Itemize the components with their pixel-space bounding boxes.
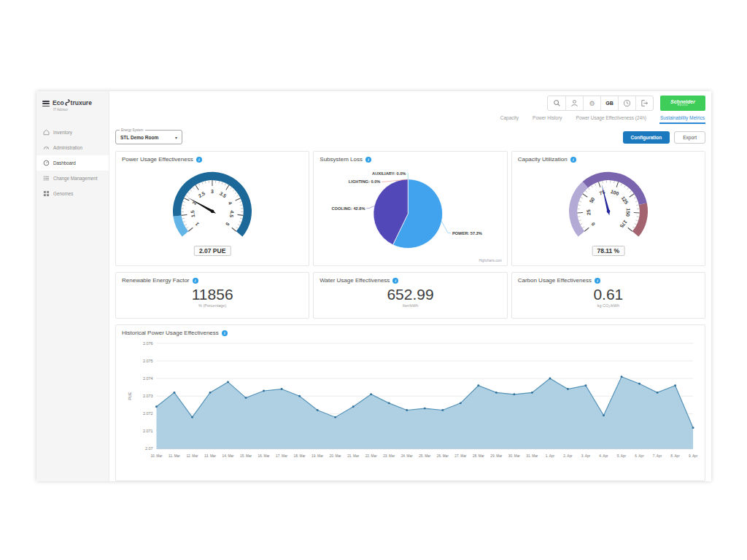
- inventory-icon: [43, 129, 50, 136]
- svg-text:25: 25: [586, 209, 591, 215]
- info-icon[interactable]: i: [595, 278, 600, 284]
- svg-text:3: 3: [211, 189, 214, 194]
- hamburger-menu-icon[interactable]: [42, 99, 50, 108]
- tab-pue-24h[interactable]: Power Usage Effectiveness (24h): [576, 114, 647, 124]
- card-title: Subsystem Loss: [320, 156, 363, 163]
- sidebar-item-change-management[interactable]: Change Management: [36, 171, 109, 186]
- svg-text:0: 0: [590, 221, 596, 227]
- info-icon[interactable]: i: [196, 157, 202, 163]
- energy-system-select[interactable]: Energy System STL Demo Room ▾: [115, 130, 182, 144]
- sidebar-item-inventory[interactable]: Inventory: [36, 125, 109, 140]
- info-icon[interactable]: i: [392, 278, 398, 284]
- pue-gauge-value: 2.07 PUE: [194, 246, 231, 256]
- svg-text:18. Mar: 18. Mar: [294, 454, 306, 458]
- svg-text:15. Mar: 15. Mar: [240, 454, 252, 458]
- svg-text:22. Mar: 22. Mar: [365, 454, 378, 458]
- widgets-row-2: Renewable Energy Factor i 11856 % (Perce…: [115, 272, 705, 319]
- card-carbon-usage-effectiveness: Carbon Usage Effectiveness i 0.61 kg CO₂…: [511, 272, 705, 319]
- sidebar-item-administration[interactable]: Administration: [36, 140, 109, 155]
- user-icon[interactable]: [565, 96, 583, 110]
- sidebar-item-label: Dashboard: [53, 160, 76, 166]
- administration-icon: [43, 144, 50, 152]
- tab-power-history[interactable]: Power History: [532, 114, 562, 124]
- svg-text:30. Mar: 30. Mar: [508, 454, 521, 458]
- card-title: Water Usage Effectiveness: [320, 277, 390, 284]
- history-clock-icon[interactable]: [618, 96, 635, 110]
- brand-subtitle: IT Advisor: [53, 109, 92, 112]
- svg-text:100: 100: [610, 189, 619, 196]
- app-window: Eco truxure IT Advisor Inventory: [36, 91, 711, 481]
- sidebar-nav: Inventory Administration Dashboard: [36, 125, 109, 201]
- svg-text:21. Mar: 21. Mar: [347, 454, 360, 458]
- card-title: Capacity Utilization: [518, 156, 568, 163]
- svg-text:50: 50: [588, 196, 595, 203]
- svg-text:125: 125: [620, 195, 629, 206]
- card-water-usage-effectiveness: Water Usage Effectiveness i 652.99 liter…: [313, 272, 507, 319]
- svg-text:25. Mar: 25. Mar: [419, 454, 431, 458]
- svg-text:1: 1: [194, 221, 200, 227]
- svg-text:28. Mar: 28. Mar: [473, 454, 485, 458]
- svg-text:31. Mar: 31. Mar: [526, 454, 538, 458]
- info-icon[interactable]: i: [570, 157, 576, 163]
- svg-text:175: 175: [619, 219, 628, 229]
- svg-text:2.072: 2.072: [143, 411, 153, 416]
- card-title: Power Usage Effectiveness: [122, 156, 193, 163]
- metric-unit: liter/kWh: [320, 303, 500, 308]
- energy-system-label: Energy System: [120, 128, 145, 132]
- export-button[interactable]: Export: [674, 131, 705, 144]
- svg-text:29. Mar: 29. Mar: [490, 454, 503, 458]
- svg-text:2.075: 2.075: [143, 359, 153, 363]
- svg-text:3.5: 3.5: [219, 190, 228, 198]
- card-subsystem-loss: Subsystem Loss i POWER: 57.2%COOLING: 42…: [313, 151, 507, 266]
- metric-value: 652.99: [320, 286, 500, 303]
- logout-icon[interactable]: [635, 96, 653, 110]
- metric-unit: % (Percentage): [122, 303, 303, 308]
- svg-text:1. Apr: 1. Apr: [546, 454, 555, 458]
- svg-text:26. Mar: 26. Mar: [437, 454, 449, 458]
- subsystem-loss-pie-chart: POWER: 57.2%COOLING: 42.8%LIGHTING: 0.0%…: [320, 163, 503, 255]
- settings-gear-icon[interactable]: ⚙: [583, 96, 600, 110]
- sidebar-item-dashboard[interactable]: Dashboard: [36, 155, 109, 171]
- tab-sustainability-metrics[interactable]: Sustainability Metrics: [659, 114, 705, 124]
- svg-text:2. Apr: 2. Apr: [563, 454, 573, 458]
- svg-text:9. Apr: 9. Apr: [689, 454, 698, 458]
- tab-capacity[interactable]: Capacity: [500, 114, 519, 124]
- sidebar-item-label: Administration: [53, 145, 82, 150]
- svg-text:1.5: 1.5: [190, 210, 196, 218]
- sidebar-item-genomes[interactable]: Genomes: [36, 186, 109, 201]
- card-renewable-energy-factor: Renewable Energy Factor i 11856 % (Perce…: [115, 272, 309, 319]
- dashboard-tabs: Capacity Power History Power Usage Effec…: [115, 114, 705, 124]
- app-logo: Eco truxure IT Advisor: [36, 99, 109, 112]
- svg-text:PUE: PUE: [128, 392, 132, 400]
- info-icon[interactable]: i: [365, 157, 371, 163]
- search-icon[interactable]: [548, 96, 565, 110]
- brand-truxure: truxure: [71, 100, 92, 106]
- energy-system-value: STL Demo Room: [120, 135, 158, 140]
- svg-text:14. Mar: 14. Mar: [222, 454, 234, 458]
- svg-text:10. Mar: 10. Mar: [150, 454, 163, 458]
- info-icon[interactable]: i: [222, 330, 228, 336]
- svg-text:19. Mar: 19. Mar: [311, 454, 324, 458]
- svg-text:4: 4: [228, 201, 233, 206]
- controls-row: Energy System STL Demo Room ▾ Configurat…: [115, 129, 705, 145]
- highcharts-credit-link[interactable]: Highcharts.com: [479, 259, 501, 262]
- language-toggle[interactable]: GB: [600, 96, 618, 110]
- svg-text:6. Apr: 6. Apr: [635, 454, 644, 458]
- svg-text:LIGHTING: 0.0%: LIGHTING: 0.0%: [349, 179, 381, 184]
- card-title: Historical Power Usage Effectiveness: [122, 330, 219, 336]
- svg-text:5: 5: [225, 222, 231, 228]
- info-icon[interactable]: i: [193, 278, 198, 284]
- schneider-electric-logo[interactable]: Schneider Electric: [660, 96, 705, 111]
- configuration-button[interactable]: Configuration: [623, 131, 670, 144]
- svg-text:2.074: 2.074: [143, 376, 153, 381]
- svg-text:16. Mar: 16. Mar: [258, 454, 271, 458]
- chevron-down-icon: ▾: [175, 135, 177, 140]
- ecostruxure-glyph-icon: [65, 99, 70, 107]
- capacity-gauge-value: 78.11 %: [592, 246, 624, 256]
- historical-pue-area-chart: 2.072.0712.0722.0732.0742.0752.076PUE10.…: [122, 339, 699, 462]
- card-title: Renewable Energy Factor: [122, 277, 190, 284]
- sidebar-item-label: Genomes: [53, 191, 73, 196]
- svg-text:7. Apr: 7. Apr: [653, 454, 662, 458]
- brand-eco: Eco: [53, 100, 64, 106]
- top-toolbar: ⚙ GB Schneider Electric: [115, 96, 705, 111]
